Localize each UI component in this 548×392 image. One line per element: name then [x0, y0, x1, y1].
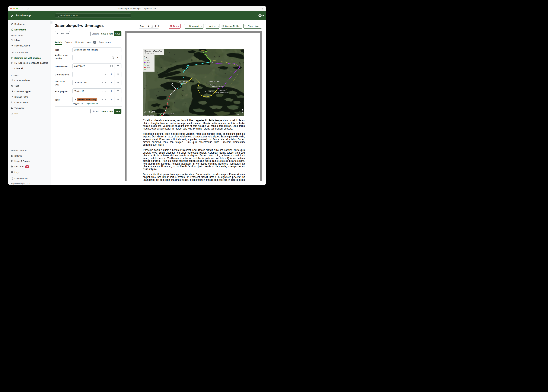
- svg-text:Six days in BWCA: Six days in BWCA: [144, 52, 155, 54]
- svg-text:Squirrel Island: Squirrel Island: [220, 92, 228, 93]
- svg-text:Canoe Island: Canoe Island: [205, 91, 213, 93]
- svg-text:Day 3: Day 3: [146, 62, 149, 63]
- svg-text:Day 2: Day 2: [146, 60, 149, 61]
- svg-text:Hausons Island: Hausons Island: [212, 62, 221, 64]
- svg-text:Day 4: Day 4: [146, 63, 150, 64]
- svg-text:Charlies Island: Charlies Island: [165, 113, 174, 115]
- svg-text:Google Earth: Google Earth: [144, 111, 155, 113]
- svg-text:Day 6: Day 6: [146, 67, 149, 68]
- svg-text:Gary Island: Gary Island: [180, 83, 186, 84]
- svg-text:N: N: [242, 112, 243, 114]
- svg-text:Indian Grave Island: Indian Grave Island: [209, 81, 220, 83]
- svg-text:Image © 2017 DigitalGlobe: Image © 2017 DigitalGlobe: [144, 115, 154, 116]
- svg-text:Lincoln Island: Lincoln Island: [218, 90, 226, 91]
- svg-text:Day 1: Day 1: [146, 58, 149, 59]
- svg-text:New York Island: New York Island: [178, 81, 188, 82]
- svg-text:Legend: Legend: [144, 56, 149, 58]
- svg-text:Boundary Waters Trip: Boundary Waters Trip: [144, 50, 162, 52]
- svg-text:Day 5: Day 5: [146, 65, 149, 66]
- svg-text:3 mi: 3 mi: [237, 114, 239, 115]
- svg-text:Text: Text: [192, 89, 195, 91]
- svg-text:Washington Island: Washington Island: [212, 85, 223, 87]
- svg-text:@2017 Google: @2017 Google: [144, 113, 149, 114]
- svg-text:Entry Point 24: Entry Point 24: [146, 68, 154, 70]
